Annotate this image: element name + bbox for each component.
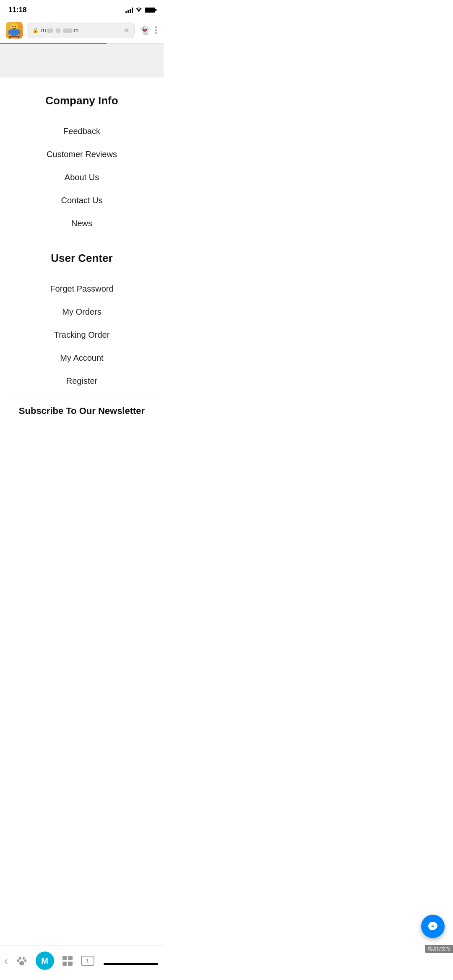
progress-bar xyxy=(0,43,164,44)
contact-us-link[interactable]: Contact Us xyxy=(8,189,155,212)
close-button[interactable]: ✕ xyxy=(124,26,129,34)
wifi-icon xyxy=(135,7,142,13)
ghost-icon: 👻 xyxy=(138,23,152,37)
news-link[interactable]: News xyxy=(8,212,155,235)
forget-password-link[interactable]: Forget Password xyxy=(8,277,155,300)
subscribe-section: Subscribe To Our Newsletter xyxy=(8,393,155,425)
about-us-link[interactable]: About Us xyxy=(8,166,155,189)
progress-bar-fill xyxy=(0,43,107,44)
site-logo xyxy=(6,22,23,39)
user-center-section: User Center Forget Password My Orders Tr… xyxy=(8,252,155,393)
battery-icon xyxy=(145,8,155,13)
menu-dot xyxy=(155,32,157,34)
status-icons xyxy=(125,7,155,13)
menu-button[interactable] xyxy=(154,25,159,36)
browser-bar: 🔒 m m ✕ 👻 xyxy=(0,18,164,43)
user-center-title: User Center xyxy=(8,252,155,265)
status-bar: 11:18 xyxy=(0,0,164,18)
svg-point-2 xyxy=(15,26,16,27)
register-link[interactable]: Register xyxy=(8,370,155,393)
status-time: 11:18 xyxy=(8,6,26,14)
url-bar[interactable]: 🔒 m m ✕ xyxy=(27,23,135,38)
subscribe-title: Subscribe To Our Newsletter xyxy=(17,406,147,416)
section-divider xyxy=(8,235,155,252)
browser-logo xyxy=(5,21,23,39)
svg-rect-9 xyxy=(9,37,10,39)
svg-rect-3 xyxy=(10,29,18,35)
customer-reviews-link[interactable]: Customer Reviews xyxy=(8,143,155,166)
url-text: m m xyxy=(41,27,121,34)
company-info-title: Company Info xyxy=(8,94,155,107)
svg-rect-7 xyxy=(18,30,20,34)
gray-section xyxy=(0,44,164,78)
main-content: Company Info Feedback Customer Reviews A… xyxy=(0,78,164,442)
svg-rect-10 xyxy=(18,37,19,39)
tracking-order-link[interactable]: Tracking Order xyxy=(8,323,155,346)
menu-dot xyxy=(155,26,157,28)
feedback-link[interactable]: Feedback xyxy=(8,120,155,143)
lock-icon: 🔒 xyxy=(32,27,39,33)
company-info-section: Company Info Feedback Customer Reviews A… xyxy=(8,94,155,235)
svg-point-1 xyxy=(13,26,14,27)
svg-rect-8 xyxy=(9,36,19,37)
my-account-link[interactable]: My Account xyxy=(8,346,155,370)
my-orders-link[interactable]: My Orders xyxy=(8,300,155,323)
svg-rect-6 xyxy=(8,30,10,34)
signal-icon xyxy=(125,7,133,13)
menu-dot xyxy=(155,29,157,31)
